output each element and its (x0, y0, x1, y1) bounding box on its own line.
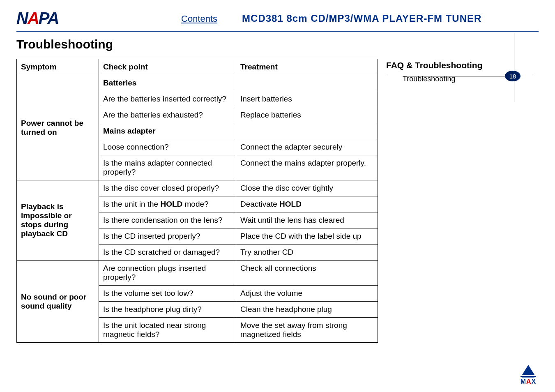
th-symptom: Symptom (17, 59, 99, 75)
page-number-badge: 18 (505, 71, 520, 81)
symptom-cell: Power cannot be turned on (17, 75, 99, 180)
troubleshooting-table: Symptom Check point Treatment Power cann… (16, 59, 378, 343)
treatment-cell: Connect the mains adapter properly. (236, 155, 378, 180)
check-cell: Are the batteries inserted correctly? (99, 91, 236, 107)
nav-vline (514, 33, 514, 47)
check-cell: Is there condensation on the lens? (99, 212, 236, 228)
napa-logo: NAPA (16, 9, 58, 28)
treatment-cell: Clean the headphone plug (236, 302, 378, 318)
header-divider (16, 31, 539, 32)
max-a-red: A (526, 378, 532, 385)
treatment-cell: Place the CD with the label side up (236, 228, 378, 244)
symptom-cell: No sound or poor sound quality (17, 261, 99, 343)
svg-marker-0 (522, 365, 534, 375)
th-check: Check point (99, 59, 236, 75)
check-cell: Is the mains adapter connected properly? (99, 155, 236, 180)
check-cell: Is the disc cover closed properly? (99, 180, 236, 196)
max-m: M (520, 378, 526, 385)
page-title: Troubleshooting (16, 37, 539, 51)
logo-n: N (16, 9, 28, 28)
treatment-cell: Close the disc cover tightly (236, 180, 378, 196)
treatment-cell: Adjust the volume (236, 286, 378, 302)
nav-vline (514, 81, 514, 102)
treatment-cell: Check all connections (236, 261, 378, 286)
check-cell: Is the unit located near strong magnetic… (99, 318, 236, 343)
check-cell: Loose connection? (99, 139, 236, 155)
symptom-cell: Playback is impossible or stops during p… (17, 180, 99, 261)
check-cell: Is the CD scratched or damaged? (99, 244, 236, 261)
check-cell: Mains adapter (99, 123, 236, 139)
treatment-cell: Connect the adapter securely (236, 139, 378, 155)
check-cell: Is the CD inserted properly? (99, 228, 236, 244)
check-cell: Is the headphone plug dirty? (99, 302, 236, 318)
check-cell: Batteries (99, 75, 236, 91)
check-cell: Are connection plugs inserted properly? (99, 261, 236, 286)
sidebar-art: 18 (502, 33, 526, 107)
nav-hline (403, 76, 506, 76)
header-links: Contents MCD381 8cm CD/MP3/WMA PLAYER-FM… (58, 13, 539, 24)
max-triangle-icon (518, 364, 539, 378)
treatment-cell: Insert batteries (236, 91, 378, 107)
treatment-cell (236, 123, 378, 139)
treatment-cell (236, 75, 378, 91)
max-x: X (532, 378, 537, 385)
treatment-cell: Replace batteries (236, 107, 378, 123)
main-content: Symptom Check point Treatment Power cann… (0, 59, 555, 343)
treatment-cell: Move the set away from strong magnetized… (236, 318, 378, 343)
th-treatment: Treatment (236, 59, 378, 75)
check-cell: Are the batteries exhausted? (99, 107, 236, 123)
nav-vline (514, 47, 514, 71)
header: NAPA Contents MCD381 8cm CD/MP3/WMA PLAY… (0, 0, 555, 31)
max-logo: MAX (518, 364, 539, 385)
check-cell: Is the unit in the HOLD mode? (99, 196, 236, 212)
treatment-cell: Try another CD (236, 244, 378, 261)
check-cell: Is the volume set too low? (99, 286, 236, 302)
treatment-cell: Deactivate HOLD (236, 196, 378, 212)
product-title: MCD381 8cm CD/MP3/WMA PLAYER-FM TUNER (242, 13, 481, 24)
contents-link[interactable]: Contents (181, 14, 217, 24)
logo-pa: PA (39, 9, 59, 28)
logo-a-red: A (28, 9, 39, 28)
max-text: MAX (518, 378, 539, 385)
treatment-cell: Wait until the lens has cleared (236, 212, 378, 228)
